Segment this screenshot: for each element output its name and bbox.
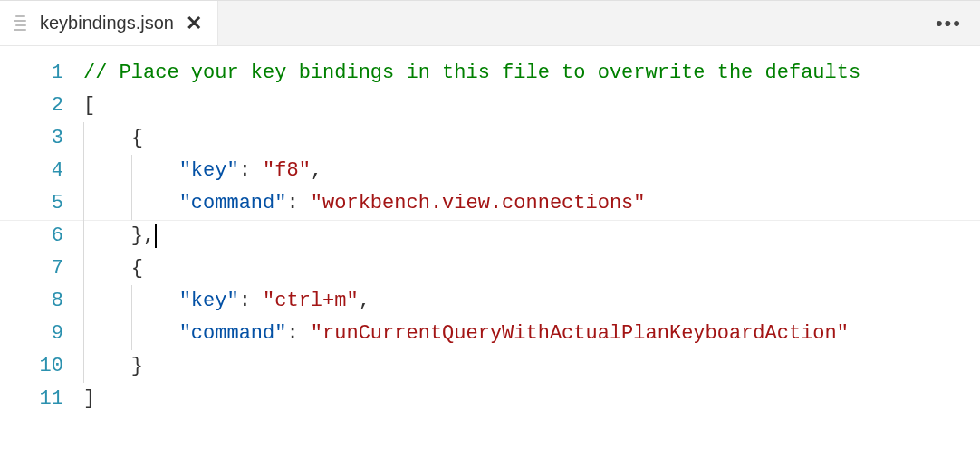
indent-guide — [131, 318, 132, 350]
token-string: "runCurrentQueryWithActualPlanKeyboardAc… — [311, 322, 849, 345]
code-line[interactable]: [ — [83, 90, 980, 122]
token-punct: : — [286, 322, 310, 345]
line-number: 2 — [0, 90, 63, 122]
token-punct: : — [286, 192, 310, 214]
token-punct: { — [83, 257, 143, 280]
code-line[interactable]: "command": "workbench.view.connections" — [83, 187, 980, 220]
token-punct: ] — [83, 387, 95, 410]
text-cursor — [155, 224, 157, 248]
indent-guide — [83, 155, 84, 187]
line-number: 10 — [0, 350, 63, 383]
code-line[interactable]: // Place your key bindings in this file … — [83, 57, 980, 90]
indent-guide — [131, 285, 132, 318]
code-line[interactable]: { — [83, 122, 980, 155]
token-punct: }, — [83, 224, 155, 247]
editor-tab[interactable]: keybindings.json ✕ — [0, 1, 218, 45]
indent-guide — [83, 285, 84, 318]
line-number: 4 — [0, 155, 63, 187]
indent-guide — [83, 350, 84, 383]
code-content[interactable]: // Place your key bindings in this file … — [83, 57, 980, 476]
token-prop: "key" — [179, 159, 239, 182]
overflow-menu-button[interactable]: ••• — [918, 12, 980, 35]
line-number: 7 — [0, 252, 63, 285]
code-line[interactable]: "key": "ctrl+m", — [83, 285, 980, 318]
token-punct: [ — [83, 94, 95, 117]
code-editor[interactable]: 1234567891011 // Place your key bindings… — [0, 46, 980, 476]
line-number: 6 — [0, 220, 63, 252]
line-number: 11 — [0, 383, 63, 415]
line-number: 1 — [0, 57, 63, 90]
token-string: "workbench.view.connections" — [311, 192, 646, 214]
line-number: 8 — [0, 285, 63, 318]
line-number: 3 — [0, 122, 63, 155]
tab-filename: keybindings.json — [40, 13, 174, 33]
token-punct: : — [239, 290, 263, 312]
token-string: "ctrl+m" — [263, 290, 359, 312]
indent-guide — [131, 187, 132, 220]
token-prop: "command" — [179, 192, 287, 214]
indent-guide — [131, 155, 132, 187]
indent-guide — [83, 220, 84, 252]
code-line[interactable]: "command": "runCurrentQueryWithActualPla… — [83, 318, 980, 350]
token-punct: : — [239, 159, 263, 182]
file-icon — [13, 15, 29, 32]
close-icon[interactable]: ✕ — [185, 14, 203, 33]
code-line[interactable]: }, — [83, 220, 980, 252]
indent-guide — [83, 187, 84, 220]
token-punct: , — [311, 159, 322, 182]
code-line[interactable]: "key": "f8", — [83, 155, 980, 187]
token-string: "f8" — [263, 159, 311, 182]
indent-guide — [83, 252, 84, 285]
code-line[interactable]: ] — [83, 383, 980, 415]
line-number: 5 — [0, 187, 63, 220]
line-number: 9 — [0, 318, 63, 350]
indent-guide — [83, 318, 84, 350]
token-comment: // Place your key bindings in this file … — [83, 62, 860, 84]
code-line[interactable]: } — [83, 350, 980, 383]
token-prop: "command" — [179, 322, 287, 345]
indent-guide — [83, 122, 84, 155]
token-punct: { — [83, 127, 143, 149]
token-punct: , — [359, 290, 370, 312]
code-line[interactable]: { — [83, 252, 980, 285]
token-punct: } — [83, 355, 143, 377]
line-number-gutter: 1234567891011 — [0, 57, 83, 476]
token-prop: "key" — [179, 290, 239, 312]
tab-bar: keybindings.json ✕ ••• — [0, 1, 980, 46]
